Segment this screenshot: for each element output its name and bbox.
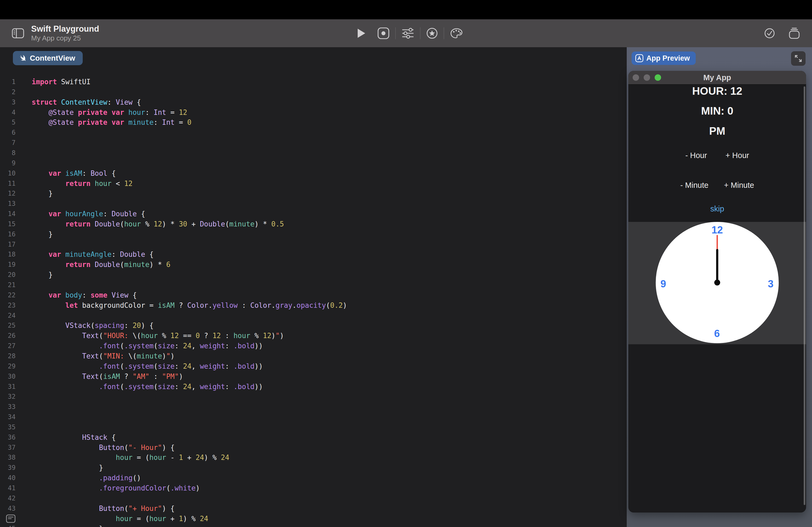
preview-scrollbar[interactable] — [804, 86, 805, 505]
line-number: 13 — [0, 199, 16, 209]
code-editor[interactable]: ContentView 1import SwiftUI23struct Cont… — [0, 47, 627, 527]
expand-preview-button[interactable] — [791, 51, 806, 66]
stacked-windows-icon — [788, 28, 800, 39]
code-line[interactable]: 45 } — [0, 524, 627, 527]
code-line[interactable]: 43 Button("+ Hour") { — [0, 503, 627, 514]
clock-number-6: 6 — [714, 328, 720, 340]
code-line[interactable]: 32 — [0, 391, 627, 402]
code-text: return hour < 12 — [32, 178, 133, 189]
code-line[interactable]: 5 @State private var minute: Int = 0 — [0, 117, 627, 127]
app-preview-button[interactable]: App Preview — [632, 51, 696, 65]
code-line[interactable]: 16 } — [0, 229, 627, 239]
code-line[interactable]: 7 — [0, 138, 627, 148]
code-line[interactable]: 36 HStack { — [0, 432, 627, 442]
code-area[interactable]: 1import SwiftUI23struct ContentView: Vie… — [0, 47, 627, 527]
code-text: return Double(minute) * 6 — [32, 259, 171, 270]
toolbar-separator — [395, 27, 396, 39]
filters-button[interactable] — [402, 28, 414, 39]
code-line[interactable]: 27 .font(.system(size: 24, weight: .bold… — [0, 341, 627, 351]
line-number: 26 — [0, 331, 16, 341]
code-line[interactable]: 42 — [0, 493, 627, 503]
star-circle-icon — [426, 28, 438, 39]
code-line[interactable]: 13 — [0, 199, 627, 209]
screen-record-button[interactable] — [378, 27, 389, 39]
line-number: 4 — [0, 107, 16, 118]
line-number: 14 — [0, 209, 16, 219]
preview-titlebar[interactable]: My App — [628, 71, 806, 85]
code-text: return Double(hour % 12) * 30 + Double(m… — [32, 219, 284, 229]
code-text: .font(.system(size: 24, weight: .bold)) — [32, 361, 263, 371]
code-text: @State private var minute: Int = 0 — [32, 117, 191, 127]
run-button[interactable] — [357, 28, 366, 39]
code-text: let backgroundColor = isAM ? Color.yello… — [32, 300, 347, 311]
window-group-button[interactable] — [788, 28, 800, 39]
clock-number-12: 12 — [712, 224, 723, 236]
code-text: } — [32, 229, 53, 239]
code-line[interactable]: 34 — [0, 412, 627, 422]
plus-hour-button[interactable]: + Hour — [726, 151, 749, 160]
clock-second-hand — [717, 235, 718, 250]
line-number: 27 — [0, 341, 16, 351]
code-line[interactable]: 35 — [0, 422, 627, 432]
code-line[interactable]: 20 } — [0, 270, 627, 280]
validate-button[interactable] — [764, 28, 775, 39]
code-line[interactable]: 22 var body: some View { — [0, 290, 627, 300]
code-line[interactable]: 25 VStack(spacing: 20) { — [0, 320, 627, 331]
code-text: } — [32, 463, 103, 473]
code-line[interactable]: 40 .padding() — [0, 473, 627, 483]
sidebar-toggle-button[interactable] — [12, 28, 24, 39]
favorites-button[interactable] — [426, 28, 438, 39]
code-line[interactable]: 37 Button("- Hour") { — [0, 442, 627, 453]
code-line[interactable]: 26 Text("HOUR: \(hour % 12 == 0 ? 12 : h… — [0, 331, 627, 341]
line-number: 40 — [0, 473, 16, 483]
code-line[interactable]: 9 — [0, 158, 627, 168]
document-titles: Swift Playground My App copy 25 — [31, 25, 99, 42]
line-number: 24 — [0, 311, 16, 321]
code-line[interactable]: 6 — [0, 127, 627, 138]
code-line[interactable]: 17 — [0, 239, 627, 250]
skip-button[interactable]: skip — [628, 204, 806, 214]
code-line[interactable]: 1import SwiftUI — [0, 77, 627, 87]
code-line[interactable]: 23 let backgroundColor = isAM ? Color.ye… — [0, 300, 627, 311]
code-line[interactable]: 39 } — [0, 463, 627, 473]
toolbar-left: Swift Playground My App copy 25 — [12, 19, 99, 47]
code-line[interactable]: 33 — [0, 402, 627, 412]
code-line[interactable]: 30 Text(isAM ? "AM" : "PM") — [0, 371, 627, 381]
minus-minute-button[interactable]: - Minute — [680, 181, 709, 190]
play-icon — [357, 28, 366, 39]
code-line[interactable]: 14 var hourAngle: Double { — [0, 209, 627, 219]
appearance-button[interactable] — [450, 28, 463, 39]
code-line[interactable]: 19 return Double(minute) * 6 — [0, 259, 627, 270]
code-line[interactable]: 3struct ContentView: View { — [0, 97, 627, 107]
code-line[interactable]: 15 return Double(hour % 12) * 30 + Doubl… — [0, 219, 627, 229]
gutter-note-icon[interactable] — [6, 514, 16, 523]
code-line[interactable]: 8 — [0, 148, 627, 158]
code-line[interactable]: 21 — [0, 280, 627, 290]
code-text: var minuteAngle: Double { — [32, 249, 154, 259]
code-line[interactable]: 24 — [0, 311, 627, 321]
code-line[interactable]: 10 var isAM: Bool { — [0, 168, 627, 178]
hour-buttons-row: - Hour + Hour — [628, 151, 806, 160]
minus-hour-button[interactable]: - Hour — [685, 151, 707, 160]
line-number: 34 — [0, 412, 16, 422]
line-number: 5 — [0, 117, 16, 127]
code-line[interactable]: 11 return hour < 12 — [0, 178, 627, 189]
code-line[interactable]: hour = (hour + 1) % 24 — [0, 514, 627, 524]
app-store-icon — [635, 54, 643, 62]
code-line[interactable]: 41 .foregroundColor(.white) — [0, 483, 627, 493]
code-line[interactable]: 4 @State private var hour: Int = 12 — [0, 107, 627, 118]
code-line[interactable]: 38 hour = (hour - 1 + 24) % 24 — [0, 452, 627, 463]
code-line[interactable]: 31 .font(.system(size: 24, weight: .bold… — [0, 381, 627, 392]
code-line[interactable]: 29 .font(.system(size: 24, weight: .bold… — [0, 361, 627, 371]
code-line[interactable]: 18 var minuteAngle: Double { — [0, 249, 627, 259]
code-text: Button("+ Hour") { — [32, 503, 175, 514]
line-number: 19 — [0, 259, 16, 270]
line-number: 25 — [0, 320, 16, 331]
code-line[interactable]: 28 Text("MIN: \(minute)") — [0, 351, 627, 361]
line-number: 36 — [0, 432, 16, 442]
plus-minute-button[interactable]: + Minute — [724, 181, 754, 190]
code-line[interactable]: 2 — [0, 87, 627, 97]
line-number: 1 — [0, 77, 16, 87]
code-line[interactable]: 12 } — [0, 189, 627, 199]
code-text: HStack { — [32, 432, 116, 442]
